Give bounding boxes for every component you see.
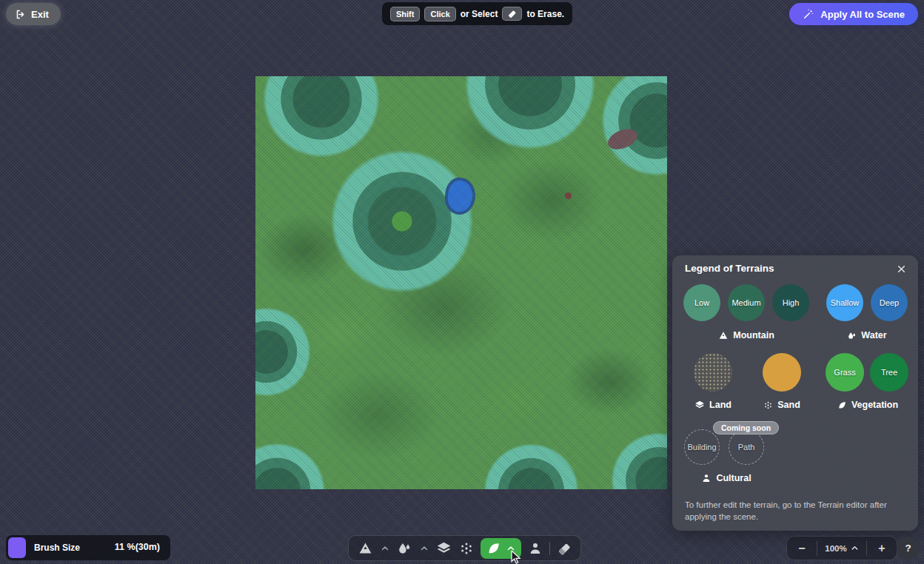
water-patch <box>443 175 478 216</box>
legend-swatch-mountain-low[interactable]: Low <box>683 284 720 321</box>
chevron-up-icon <box>851 544 859 552</box>
map-dither-pattern <box>255 76 667 489</box>
water-tool-button[interactable] <box>395 540 413 557</box>
shift-keycap: Shift <box>390 7 420 21</box>
legend-swatch-mountain-medium[interactable]: Medium <box>728 284 765 321</box>
terrain-blob <box>601 423 667 489</box>
magic-wand-icon <box>803 8 814 20</box>
brush-size-label: Brush Size <box>34 543 80 553</box>
vegetation-dropdown-chevron-icon[interactable] <box>506 544 515 553</box>
legend-swatch-vegetation-grass[interactable]: Grass <box>826 353 864 392</box>
editor-stage: Exit Shift Click or Select to Erase. App… <box>0 0 924 564</box>
legend-group-sand: Sand <box>741 399 823 411</box>
mountain-tool-button[interactable] <box>356 540 374 557</box>
brush-size-value: 11 %(30m) <box>115 542 160 552</box>
legend-swatch-building: Building <box>684 429 720 465</box>
erase-hint-tooltip: Shift Click or Select to Erase. <box>382 2 572 25</box>
terrain-blob <box>255 433 335 489</box>
coming-soon-badge: Coming soon <box>713 421 779 434</box>
water-drop-icon <box>847 331 857 340</box>
hint-text-to-erase: to Erase. <box>526 9 564 19</box>
terrain-blob <box>452 76 609 163</box>
eraser-icon <box>507 9 517 19</box>
legend-swatch-land[interactable] <box>694 353 732 392</box>
mountain-dropdown-chevron-icon[interactable] <box>379 543 390 554</box>
zoom-level-dropdown[interactable]: 100% <box>817 537 866 560</box>
legend-group-water: Water <box>826 329 908 341</box>
toolbar-divider <box>549 542 550 555</box>
rock-patch <box>605 125 640 153</box>
zoom-in-button[interactable]: + <box>867 537 897 560</box>
legend-group-mountain: Mountain <box>683 329 809 341</box>
hint-text-or-select: or Select <box>461 9 498 19</box>
legend-close-button[interactable] <box>894 262 908 275</box>
exit-label: Exit <box>31 9 49 20</box>
zoom-out-button[interactable]: − <box>787 537 817 560</box>
close-icon <box>897 264 906 274</box>
terrain-map-canvas[interactable] <box>255 76 667 489</box>
legend-group-vegetation: Vegetation <box>825 399 911 411</box>
terrain-blob <box>316 135 488 307</box>
legend-swatch-sand[interactable] <box>763 353 801 392</box>
legend-swatch-water-deep[interactable]: Deep <box>871 284 908 321</box>
brush-size-slider[interactable]: Brush Size 11 %(30m) <box>6 535 170 560</box>
leaf-icon <box>486 541 501 556</box>
eraser-keycap <box>502 7 522 21</box>
legend-of-terrains-panel: Legend of Terrains Low Medium High Shall… <box>672 255 918 531</box>
exit-icon <box>15 9 26 20</box>
sand-tool-button[interactable] <box>458 540 475 557</box>
zoom-control: − 100% + <box>786 536 897 560</box>
sand-dots-icon <box>763 400 773 410</box>
legend-swatch-vegetation-tree[interactable]: Tree <box>870 353 908 392</box>
terrain-blob <box>255 76 392 169</box>
vegetation-tool-button[interactable] <box>481 538 521 559</box>
water-dropdown-chevron-icon[interactable] <box>418 543 429 554</box>
brush-size-fill <box>8 537 26 558</box>
legend-swatch-water-shallow[interactable]: Shallow <box>826 284 863 321</box>
rock-dot <box>565 192 572 199</box>
apply-all-label: Apply All to Scene <box>820 9 905 20</box>
cultural-tool-button[interactable] <box>526 540 544 557</box>
click-keycap: Click <box>424 7 455 21</box>
land-tool-button[interactable] <box>435 540 452 557</box>
zoom-level-value: 100% <box>825 544 846 553</box>
mountain-icon <box>718 330 729 340</box>
legend-swatch-path: Path <box>729 429 764 465</box>
leaf-icon <box>837 400 847 410</box>
layers-icon <box>694 400 705 410</box>
terrain-toolbar <box>348 535 581 561</box>
help-button[interactable]: ? <box>897 537 920 560</box>
terrain-blob <box>474 434 589 489</box>
exit-button[interactable]: Exit <box>6 3 61 25</box>
person-icon <box>701 473 712 483</box>
terrain-blob <box>255 298 320 406</box>
legend-swatch-mountain-high[interactable]: High <box>772 284 809 321</box>
eraser-tool-button[interactable] <box>555 540 573 557</box>
legend-footnote: To further edit the terrain, go to the T… <box>685 499 904 523</box>
legend-group-cultural: Cultural <box>672 472 780 484</box>
legend-title: Legend of Terrains <box>685 263 774 274</box>
apply-all-to-scene-button[interactable]: Apply All to Scene <box>789 3 918 25</box>
